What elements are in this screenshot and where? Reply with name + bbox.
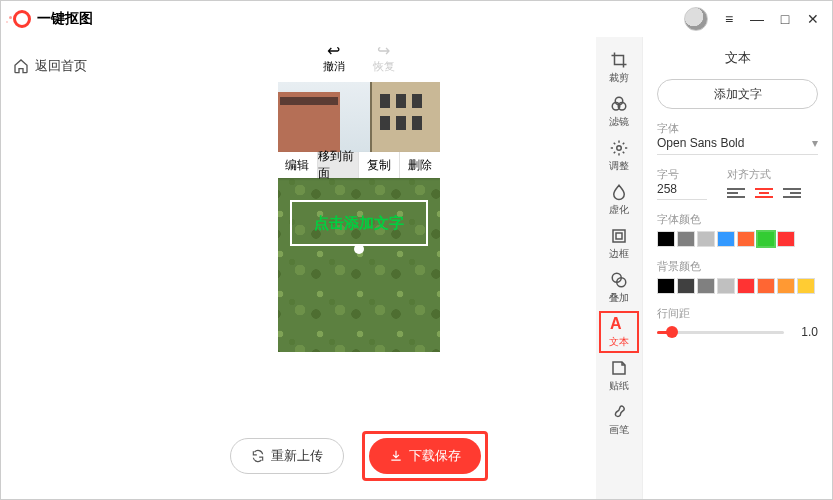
photo-preview[interactable]: 编辑 移到前面 复制 删除 点击添加文字 — [278, 82, 440, 352]
reupload-label: 重新上传 — [271, 447, 323, 465]
download-label: 下载保存 — [409, 447, 461, 465]
bg-color-swatch[interactable] — [697, 278, 715, 294]
panel-title: 文本 — [657, 49, 818, 67]
align-right-button[interactable] — [783, 186, 801, 200]
bg-color-swatch[interactable] — [717, 278, 735, 294]
redo-label: 恢复 — [373, 59, 395, 74]
download-button[interactable]: 下载保存 — [369, 438, 481, 474]
ctx-bring-front[interactable]: 移到前面 — [318, 152, 359, 178]
back-home-button[interactable]: 返回首页 — [13, 57, 109, 75]
tool-sticker[interactable]: 贴纸 — [599, 355, 639, 397]
minimize-button[interactable]: — — [750, 12, 764, 26]
text-layer-content: 点击添加文字 — [314, 214, 404, 233]
avatar[interactable] — [684, 7, 708, 31]
canvas[interactable]: 编辑 移到前面 复制 删除 点击添加文字 — [278, 82, 440, 352]
overlay-icon — [610, 271, 628, 289]
tool-overlay[interactable]: 叠加 — [599, 267, 639, 309]
bg-color-swatch[interactable] — [657, 278, 675, 294]
size-input[interactable]: 258 — [657, 182, 707, 200]
font-color-swatches — [657, 231, 818, 247]
align-center-button[interactable] — [755, 186, 773, 200]
ctx-copy[interactable]: 复制 — [359, 152, 400, 178]
refresh-icon — [251, 449, 265, 463]
home-icon — [13, 58, 29, 74]
font-color-swatch[interactable] — [737, 231, 755, 247]
tool-text[interactable]: A文本 — [599, 311, 639, 353]
svg-rect-5 — [616, 233, 622, 239]
tool-adjust-label: 调整 — [609, 159, 629, 173]
tool-blur[interactable]: 虚化 — [599, 179, 639, 221]
svg-point-3 — [617, 146, 622, 151]
tool-crop-label: 裁剪 — [609, 71, 629, 85]
font-color-swatch[interactable] — [757, 231, 775, 247]
blur-icon — [610, 183, 628, 201]
tool-brush-label: 画笔 — [609, 423, 629, 437]
close-button[interactable]: ✕ — [806, 12, 820, 26]
bg-color-swatch[interactable] — [737, 278, 755, 294]
border-icon — [610, 227, 628, 245]
redo-button: ↪ 恢复 — [373, 43, 395, 74]
line-height-value: 1.0 — [792, 325, 818, 339]
font-color-swatch[interactable] — [657, 231, 675, 247]
font-label: 字体 — [657, 121, 818, 136]
tool-blur-label: 虚化 — [609, 203, 629, 217]
tool-sticker-label: 贴纸 — [609, 379, 629, 393]
rotate-handle[interactable] — [354, 244, 364, 254]
crop-icon — [610, 51, 628, 69]
tool-crop[interactable]: 裁剪 — [599, 47, 639, 89]
bg-color-swatch[interactable] — [757, 278, 775, 294]
font-color-label: 字体颜色 — [657, 212, 818, 227]
bg-color-swatch[interactable] — [677, 278, 695, 294]
undo-label: 撤消 — [323, 59, 345, 74]
text-icon: A — [610, 315, 628, 333]
ctx-edit[interactable]: 编辑 — [278, 152, 319, 178]
font-color-swatch[interactable] — [697, 231, 715, 247]
tool-filter[interactable]: 滤镜 — [599, 91, 639, 133]
sticker-icon — [610, 359, 628, 377]
size-label: 字号 — [657, 167, 707, 182]
bg-color-label: 背景颜色 — [657, 259, 818, 274]
reupload-button[interactable]: 重新上传 — [230, 438, 344, 474]
svg-rect-4 — [613, 230, 625, 242]
font-color-swatch[interactable] — [717, 231, 735, 247]
font-color-swatch[interactable] — [777, 231, 795, 247]
app-title: 一键抠图 — [37, 10, 93, 28]
text-layer[interactable]: 点击添加文字 — [290, 200, 428, 246]
font-color-swatch[interactable] — [677, 231, 695, 247]
context-menu: 编辑 移到前面 复制 删除 — [278, 152, 440, 178]
ctx-delete[interactable]: 删除 — [400, 152, 440, 178]
line-height-slider[interactable] — [657, 331, 784, 334]
adjust-icon — [610, 139, 628, 157]
menu-icon[interactable]: ≡ — [722, 12, 736, 26]
redo-arrow-icon: ↪ — [377, 43, 390, 59]
tool-adjust[interactable]: 调整 — [599, 135, 639, 177]
chevron-down-icon: ▾ — [812, 136, 818, 150]
tool-strip: 裁剪 滤镜 调整 虚化 边框 叠加 A文本 贴纸 画笔 — [596, 37, 642, 499]
tool-filter-label: 滤镜 — [609, 115, 629, 129]
filter-icon — [610, 95, 628, 113]
undo-arrow-icon: ↩ — [327, 43, 340, 59]
font-select[interactable]: Open Sans Bold ▾ — [657, 136, 818, 155]
tool-brush[interactable]: 画笔 — [599, 399, 639, 441]
text-panel: 文本 添加文字 字体 Open Sans Bold ▾ 字号 258 对齐方式 — [642, 37, 832, 499]
download-highlight: 下载保存 — [362, 431, 488, 481]
align-left-button[interactable] — [727, 186, 745, 200]
tool-overlay-label: 叠加 — [609, 291, 629, 305]
tool-border-label: 边框 — [609, 247, 629, 261]
line-height-label: 行间距 — [657, 306, 818, 321]
tool-text-label: 文本 — [609, 335, 629, 349]
back-home-label: 返回首页 — [35, 57, 87, 75]
bg-color-swatch[interactable] — [797, 278, 815, 294]
app-logo-icon — [13, 10, 31, 28]
bg-color-swatches — [657, 278, 818, 294]
download-icon — [389, 449, 403, 463]
font-value: Open Sans Bold — [657, 136, 744, 150]
add-text-button[interactable]: 添加文字 — [657, 79, 818, 109]
bg-color-swatch[interactable] — [777, 278, 795, 294]
undo-button[interactable]: ↩ 撤消 — [323, 43, 345, 74]
align-label: 对齐方式 — [727, 167, 818, 182]
brush-icon — [610, 403, 628, 421]
tool-border[interactable]: 边框 — [599, 223, 639, 265]
slider-thumb[interactable] — [666, 326, 678, 338]
maximize-button[interactable]: □ — [778, 12, 792, 26]
